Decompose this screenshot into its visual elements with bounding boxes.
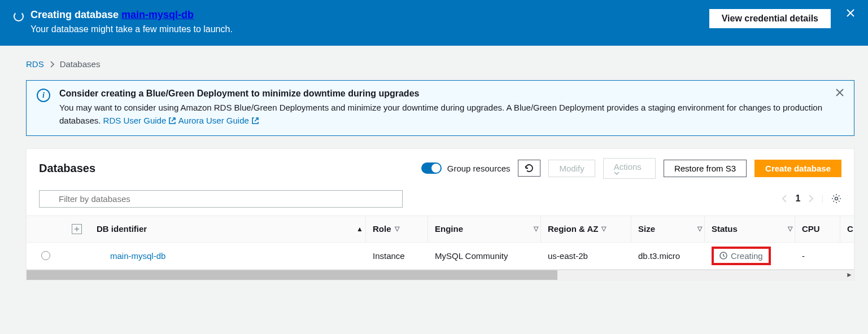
banner-text: Creating database main-mysql-db Your dat… <box>30 9 703 34</box>
caret-down-icon <box>614 172 645 175</box>
sort-icon: ▽ <box>601 225 606 232</box>
info-alert-close-icon[interactable] <box>836 89 844 96</box>
restore-from-s3-button[interactable]: Restore from S3 <box>664 160 747 177</box>
svg-point-1 <box>835 197 838 200</box>
status-highlight: Creating <box>712 247 771 265</box>
panel-header: Databases Group resources Modify Actions… <box>27 149 854 188</box>
sort-icon: ▽ <box>534 225 538 232</box>
cell-cpu: - <box>795 251 840 261</box>
col-engine[interactable]: Engine ▽ <box>428 216 540 242</box>
databases-table: DB identifier ▲ Role ▽ Engine ▽ Regi <box>27 216 854 270</box>
external-link-icon <box>168 117 176 125</box>
actions-dropdown-button[interactable]: Actions <box>603 158 656 179</box>
clock-icon <box>719 252 727 260</box>
banner-title-prefix: Creating database <box>30 9 121 20</box>
rds-user-guide-link[interactable]: RDS User Guide <box>103 116 178 125</box>
refresh-icon <box>524 163 534 173</box>
sort-icon: ▽ <box>788 225 792 232</box>
table-row: main-mysql-db Instance MySQL Community u… <box>27 243 854 270</box>
view-credential-details-button[interactable]: View credential details <box>709 9 831 28</box>
scroll-right-icon: ► <box>846 271 853 279</box>
col-cpu[interactable]: CPU <box>795 216 840 242</box>
horizontal-scrollbar[interactable]: ◄ ► <box>27 270 854 280</box>
plus-icon <box>73 226 80 232</box>
col-db-identifier[interactable]: DB identifier ▲ <box>94 224 365 234</box>
breadcrumb: RDS Databases <box>26 59 854 69</box>
expand-all-button[interactable] <box>72 224 82 234</box>
banner-close-icon[interactable] <box>847 9 854 17</box>
col-size[interactable]: Size ▽ <box>631 216 704 242</box>
table-settings-button[interactable] <box>831 194 841 204</box>
cell-region-az: us-east-2b <box>540 251 631 261</box>
scrollbar-thumb[interactable] <box>27 270 557 280</box>
col-current-activity[interactable]: C <box>840 216 854 242</box>
banner-db-link[interactable]: main-mysql-db <box>121 9 194 20</box>
blue-green-info-alert: i Consider creating a Blue/Green Deploym… <box>26 80 854 136</box>
sort-asc-icon: ▲ <box>356 225 363 233</box>
databases-panel: Databases Group resources Modify Actions… <box>26 148 854 280</box>
col-role[interactable]: Role ▽ <box>365 216 428 242</box>
create-database-button[interactable]: Create database <box>754 160 841 177</box>
info-alert-title: Consider creating a Blue/Green Deploymen… <box>59 89 827 99</box>
page-next-icon[interactable] <box>808 195 813 203</box>
aurora-user-guide-link[interactable]: Aurora User Guide <box>178 116 259 125</box>
table-header-row: DB identifier ▲ Role ▽ Engine ▽ Regi <box>27 216 854 243</box>
filter-databases-input[interactable] <box>39 190 403 208</box>
page-number: 1 <box>795 194 800 204</box>
cell-size: db.t3.micro <box>631 251 704 261</box>
breadcrumb-current: Databases <box>60 59 101 69</box>
page-prev-icon[interactable] <box>782 195 787 203</box>
col-region-az[interactable]: Region & AZ ▽ <box>540 216 631 242</box>
banner-subtitle: Your database might take a few minutes t… <box>30 24 703 34</box>
col-status[interactable]: Status ▽ <box>704 216 795 242</box>
toggle-track <box>421 162 442 174</box>
creating-database-banner: Creating database main-mysql-db Your dat… <box>0 0 868 46</box>
panel-title: Databases <box>39 162 413 175</box>
group-resources-label: Group resources <box>447 164 511 173</box>
breadcrumb-root-link[interactable]: RDS <box>26 59 44 69</box>
group-resources-toggle[interactable]: Group resources <box>421 162 511 174</box>
gear-icon <box>831 194 841 204</box>
pagination: 1 <box>782 194 813 204</box>
chevron-right-icon <box>50 61 54 68</box>
spinner-icon <box>14 11 24 21</box>
info-alert-body: You may want to consider using Amazon RD… <box>59 101 827 128</box>
cell-status: Creating <box>704 247 795 265</box>
row-select-radio[interactable] <box>41 251 50 260</box>
filter-row: 1 | <box>27 188 854 216</box>
sort-icon: ▽ <box>697 225 702 232</box>
banner-title: Creating database main-mysql-db <box>30 9 703 21</box>
refresh-button[interactable] <box>518 160 540 177</box>
sort-icon: ▽ <box>395 225 399 232</box>
info-icon: i <box>37 89 50 102</box>
cell-engine: MySQL Community <box>428 251 540 261</box>
modify-button[interactable]: Modify <box>548 160 595 177</box>
external-link-icon <box>251 117 259 125</box>
cell-role: Instance <box>365 251 428 261</box>
db-identifier-link[interactable]: main-mysql-db <box>110 251 165 261</box>
